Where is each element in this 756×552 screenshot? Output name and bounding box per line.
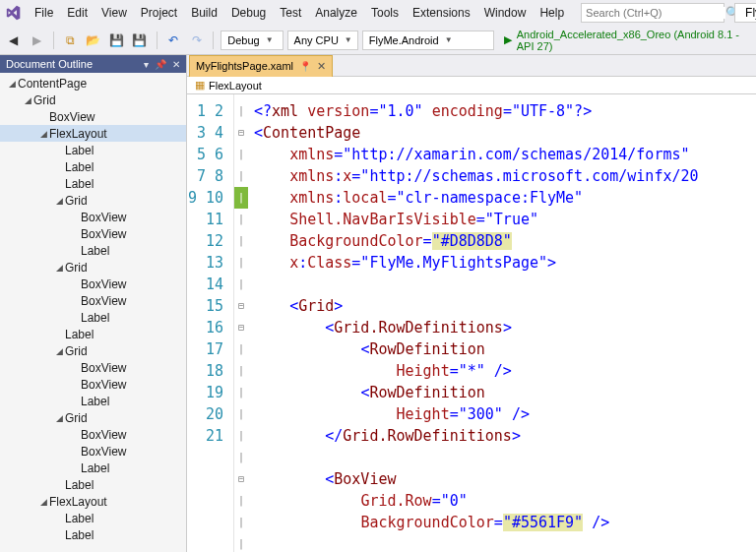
tree-label: Grid bbox=[65, 411, 88, 425]
code-text-area[interactable]: <?xml version="1.0" encoding="UTF-8"?> <… bbox=[248, 94, 756, 552]
nav-forward-icon[interactable]: ▶ bbox=[27, 30, 45, 51]
tree-label: Label bbox=[65, 512, 94, 525]
tree-node-label[interactable]: Label bbox=[0, 242, 186, 259]
start-debug-button[interactable]: ▶ Android_Accelerated_x86_Oreo (Android … bbox=[498, 30, 752, 51]
tree-label: Label bbox=[65, 177, 94, 191]
save-all-icon[interactable]: 💾 bbox=[130, 30, 149, 51]
platform-dropdown[interactable]: Any CPU▼ bbox=[287, 31, 358, 50]
tree-node-boxview[interactable]: BoxView bbox=[0, 209, 186, 225]
tree-label: Grid bbox=[33, 93, 56, 107]
tree-label: BoxView bbox=[81, 378, 126, 392]
tab-label: MyFlightsPage.xaml bbox=[196, 60, 293, 72]
tree-label: ContentPage bbox=[18, 77, 87, 91]
tree-node-label[interactable]: Label bbox=[0, 460, 186, 476]
panel-header[interactable]: Document Outline ▾ 📌 ✕ bbox=[0, 55, 186, 73]
line-number-gutter: 1 2 3 4 5 6 7 8 9 10 11 12 13 14 15 16 1… bbox=[187, 94, 234, 552]
tree-label: Label bbox=[65, 160, 94, 174]
tree-node-label[interactable]: Label bbox=[0, 158, 186, 175]
tree-node-boxview[interactable]: BoxView bbox=[0, 292, 186, 309]
menu-window[interactable]: Window bbox=[477, 3, 534, 23]
nav-back-icon[interactable]: ◀ bbox=[4, 30, 23, 51]
outline-tree[interactable]: ◢ContentPage◢GridBoxView◢FlexLayoutLabel… bbox=[0, 73, 186, 552]
tree-node-boxview[interactable]: BoxView bbox=[0, 426, 186, 443]
tree-node-label[interactable]: Label bbox=[0, 142, 186, 158]
tree-label: BoxView bbox=[81, 277, 126, 291]
close-icon[interactable]: ✕ bbox=[172, 59, 180, 70]
panel-title: Document Outline bbox=[6, 58, 93, 70]
tree-node-boxview[interactable]: BoxView bbox=[0, 225, 186, 242]
tree-label: Label bbox=[65, 144, 94, 157]
tree-label: Label bbox=[65, 478, 94, 492]
chevron-down-icon: ▼ bbox=[345, 35, 352, 44]
document-tabstrip: MyFlightsPage.xaml 📍 ✕ bbox=[187, 55, 756, 77]
tree-node-boxview[interactable]: BoxView bbox=[0, 108, 186, 125]
menu-file[interactable]: File bbox=[28, 3, 60, 23]
tree-label: FlexLayout bbox=[49, 127, 107, 141]
tree-node-grid[interactable]: ◢Grid bbox=[0, 409, 186, 426]
tree-node-grid[interactable]: ◢Grid bbox=[0, 259, 186, 276]
tree-node-label[interactable]: Label bbox=[0, 510, 186, 526]
chevron-down-icon: ▼ bbox=[266, 35, 274, 44]
menu-build[interactable]: Build bbox=[184, 3, 224, 23]
tree-node-grid[interactable]: ◢Grid bbox=[0, 92, 186, 108]
tree-node-label[interactable]: Label bbox=[0, 526, 186, 543]
undo-icon[interactable]: ↶ bbox=[164, 30, 183, 51]
menu-project[interactable]: Project bbox=[134, 3, 184, 23]
menu-analyze[interactable]: Analyze bbox=[308, 3, 364, 23]
scope-label: FlexLayout bbox=[209, 80, 262, 92]
tree-label: Grid bbox=[65, 194, 88, 208]
document-outline-panel: Document Outline ▾ 📌 ✕ ◢ContentPage◢Grid… bbox=[0, 55, 187, 552]
menu-edit[interactable]: Edit bbox=[60, 3, 94, 23]
tree-node-boxview[interactable]: BoxView bbox=[0, 276, 186, 292]
tree-label: BoxView bbox=[49, 110, 94, 124]
tree-label: BoxView bbox=[81, 211, 126, 224]
tree-node-boxview[interactable]: BoxView bbox=[0, 359, 186, 376]
redo-icon[interactable]: ↷ bbox=[187, 30, 206, 51]
pin-icon[interactable]: 📌 bbox=[155, 59, 166, 70]
standard-toolbar: ◀ ▶ ⧉ 📂 💾 💾 ↶ ↷ Debug▼ Any CPU▼ FlyMe.An… bbox=[0, 26, 756, 55]
navigation-bar[interactable]: ▦ FlexLayout bbox=[187, 77, 756, 94]
menu-tools[interactable]: Tools bbox=[364, 3, 406, 23]
menu-view[interactable]: View bbox=[94, 3, 134, 23]
solution-button[interactable]: FlyMe bbox=[734, 3, 756, 23]
startup-project-dropdown[interactable]: FlyMe.Android▼ bbox=[362, 31, 494, 50]
menu-test[interactable]: Test bbox=[273, 3, 308, 23]
tree-label: Label bbox=[81, 244, 109, 258]
menu-debug[interactable]: Debug bbox=[224, 3, 273, 23]
chevron-down-icon: ▼ bbox=[445, 35, 453, 44]
open-icon[interactable]: 📂 bbox=[84, 30, 102, 51]
play-icon: ▶ bbox=[504, 33, 512, 46]
fold-margin[interactable]: |⊟|||||||⊟⊟||||||⊟||| bbox=[234, 94, 248, 552]
tree-node-label[interactable]: Label bbox=[0, 326, 186, 342]
tree-node-boxview[interactable]: BoxView bbox=[0, 443, 186, 460]
tree-node-flexlayout[interactable]: ◢FlexLayout bbox=[0, 125, 186, 142]
tree-label: Grid bbox=[65, 261, 88, 275]
tree-label: Grid bbox=[65, 344, 88, 358]
tree-node-label[interactable]: Label bbox=[0, 393, 186, 409]
menu-help[interactable]: Help bbox=[533, 3, 571, 23]
menu-extensions[interactable]: Extensions bbox=[406, 3, 477, 23]
tree-label: Label bbox=[81, 461, 109, 475]
tree-node-label[interactable]: Label bbox=[0, 309, 186, 326]
pin-icon[interactable]: 📍 bbox=[299, 61, 311, 72]
quick-search[interactable]: 🔍 bbox=[581, 3, 724, 23]
tree-node-contentpage[interactable]: ◢ContentPage bbox=[0, 75, 186, 92]
tree-node-flexlayout[interactable]: ◢FlexLayout bbox=[0, 493, 186, 510]
close-icon[interactable]: ✕ bbox=[317, 60, 326, 73]
tree-label: FlexLayout bbox=[49, 495, 107, 509]
scope-icon: ▦ bbox=[195, 79, 205, 92]
tree-label: BoxView bbox=[81, 227, 126, 241]
document-tab[interactable]: MyFlightsPage.xaml 📍 ✕ bbox=[189, 55, 333, 77]
new-project-icon[interactable]: ⧉ bbox=[61, 30, 80, 51]
tree-label: BoxView bbox=[81, 361, 126, 375]
panel-menu-icon[interactable]: ▾ bbox=[144, 59, 149, 70]
configuration-dropdown[interactable]: Debug▼ bbox=[220, 31, 283, 50]
tree-node-label[interactable]: Label bbox=[0, 476, 186, 493]
search-input[interactable] bbox=[582, 7, 725, 19]
tree-node-grid[interactable]: ◢Grid bbox=[0, 192, 186, 209]
tree-node-boxview[interactable]: BoxView bbox=[0, 376, 186, 393]
save-icon[interactable]: 💾 bbox=[107, 30, 126, 51]
tree-label: Label bbox=[65, 328, 94, 341]
tree-node-label[interactable]: Label bbox=[0, 175, 186, 192]
tree-node-grid[interactable]: ◢Grid bbox=[0, 342, 186, 359]
